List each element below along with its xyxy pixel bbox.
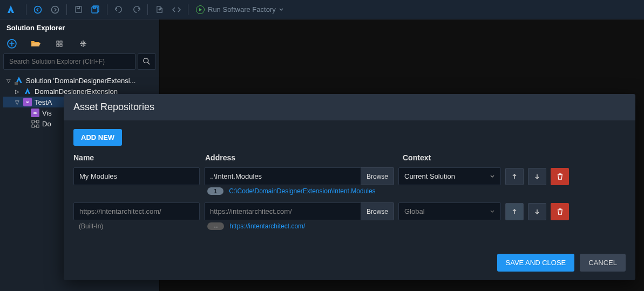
asset-repositories-dialog: Asset Repositories ADD NEW Name Address … bbox=[64, 94, 635, 280]
save-and-close-button[interactable]: SAVE AND CLOSE bbox=[497, 254, 575, 272]
export-button[interactable] bbox=[151, 2, 167, 18]
svg-rect-9 bbox=[60, 41, 62, 43]
chevron-down-icon[interactable]: ▽ bbox=[14, 99, 21, 105]
app-icon bbox=[23, 87, 32, 96]
open-folder-button[interactable] bbox=[30, 38, 41, 49]
svg-rect-10 bbox=[57, 44, 59, 46]
save-button[interactable] bbox=[70, 2, 86, 18]
move-up-button[interactable] bbox=[505, 203, 524, 220]
back-button[interactable] bbox=[30, 2, 46, 18]
chevron-right-icon[interactable]: ▷ bbox=[14, 89, 21, 94]
play-icon bbox=[196, 5, 205, 14]
svg-rect-14 bbox=[31, 120, 34, 123]
delete-button[interactable] bbox=[551, 168, 569, 185]
svg-point-12 bbox=[144, 58, 148, 63]
resolved-path-link[interactable]: C:\Code\DomainDesignerExtension\Intent.M… bbox=[229, 187, 375, 195]
module-icon bbox=[30, 119, 40, 128]
chevron-down-icon bbox=[279, 8, 283, 12]
count-badge: 1 bbox=[207, 187, 223, 195]
svg-rect-13 bbox=[15, 82, 18, 85]
chevron-down-icon bbox=[490, 174, 495, 179]
svg-rect-8 bbox=[57, 41, 59, 43]
svg-rect-3 bbox=[77, 6, 79, 9]
browse-button[interactable]: Browse bbox=[361, 167, 394, 185]
repo-sub-row: (Built-In) -- https://intentarchitect.co… bbox=[73, 222, 626, 230]
context-select[interactable]: Global bbox=[398, 202, 501, 220]
search-input[interactable] bbox=[3, 53, 135, 70]
svg-rect-2 bbox=[75, 6, 81, 12]
repo-row: Browse Global bbox=[73, 202, 626, 220]
undo-button[interactable] bbox=[111, 2, 127, 18]
save-all-button[interactable] bbox=[87, 2, 104, 18]
dialog-title: Asset Repositories bbox=[64, 94, 635, 120]
repo-address-input[interactable] bbox=[204, 202, 361, 220]
svg-rect-15 bbox=[36, 120, 39, 123]
run-software-factory-button[interactable]: Run Software Factory bbox=[192, 2, 288, 18]
svg-point-1 bbox=[52, 6, 59, 13]
redo-button[interactable] bbox=[128, 2, 144, 18]
search-button[interactable] bbox=[138, 53, 156, 70]
move-down-button[interactable] bbox=[528, 168, 546, 185]
repo-row: Browse Current Solution bbox=[73, 167, 626, 185]
column-header-address: Address bbox=[205, 153, 399, 162]
svg-rect-17 bbox=[36, 125, 39, 127]
cancel-button[interactable]: CANCEL bbox=[580, 254, 626, 272]
repo-sub-row: 1 C:\Code\DomainDesignerExtension\Intent… bbox=[73, 187, 626, 195]
delete-button[interactable] bbox=[551, 203, 569, 220]
svg-rect-16 bbox=[31, 125, 34, 127]
collapse-all-button[interactable] bbox=[78, 38, 89, 49]
svg-rect-11 bbox=[60, 44, 62, 46]
tree-solution-root[interactable]: ▽ Solution 'DomainDesignerExtensi... bbox=[3, 75, 156, 86]
count-badge: -- bbox=[207, 222, 224, 230]
chevron-down-icon[interactable]: ▽ bbox=[5, 78, 12, 84]
context-select[interactable]: Current Solution bbox=[398, 167, 501, 185]
solution-icon bbox=[14, 76, 24, 85]
move-down-button[interactable] bbox=[528, 203, 546, 220]
svg-rect-5 bbox=[92, 7, 98, 13]
move-up-button[interactable] bbox=[505, 168, 524, 185]
repo-name-input[interactable] bbox=[73, 167, 200, 185]
panel-title: Solution Explorer bbox=[0, 19, 159, 36]
resolved-path-link[interactable]: https://intentarchitect.com/ bbox=[229, 222, 305, 230]
vs-icon: ∞ bbox=[23, 98, 32, 106]
repo-name-input[interactable] bbox=[73, 202, 200, 220]
chevron-down-icon bbox=[490, 209, 495, 214]
add-button[interactable] bbox=[6, 38, 17, 49]
vs-icon: ∞ bbox=[30, 109, 40, 117]
expand-all-button[interactable] bbox=[54, 38, 65, 49]
forward-button[interactable] bbox=[47, 2, 63, 18]
app-logo bbox=[4, 3, 17, 16]
repo-address-input[interactable] bbox=[204, 167, 361, 185]
code-button[interactable] bbox=[168, 2, 185, 18]
column-header-context: Context bbox=[403, 153, 507, 162]
svg-point-0 bbox=[35, 6, 42, 13]
browse-button[interactable]: Browse bbox=[361, 202, 394, 220]
add-new-button[interactable]: ADD NEW bbox=[73, 129, 122, 146]
column-header-name: Name bbox=[73, 153, 205, 162]
